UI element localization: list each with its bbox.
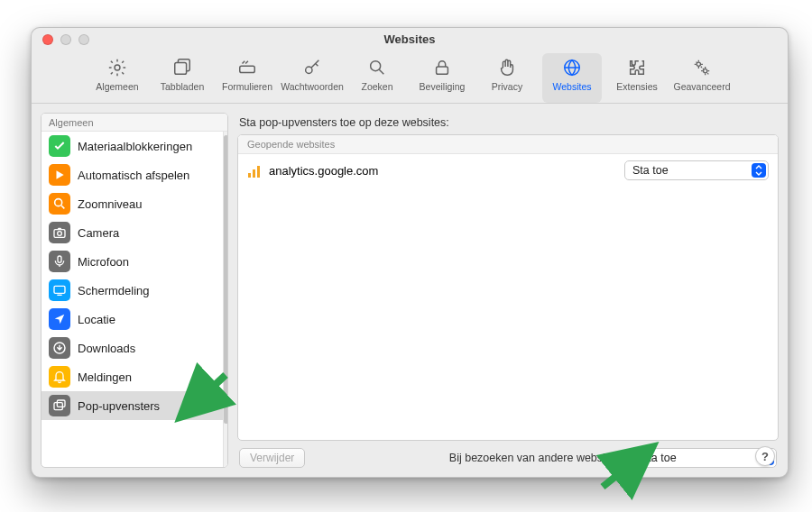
toolbar-tab-label: Tabbladen [161,81,204,92]
sidebar-list: MateriaalblokkeringenAutomatisch afspele… [42,132,223,467]
bell-icon [49,366,70,388]
camera-icon [49,222,70,243]
svg-rect-2 [240,66,255,72]
screen-icon [49,279,70,301]
site-domain: analytics.google.com [269,164,378,178]
svg-point-4 [371,61,381,71]
dl-icon [49,337,70,359]
remove-button[interactable]: Verwijder [239,448,305,468]
sidebar-item-label: Pop-upvensters [78,399,160,413]
panel-title: Sta pop-upvensters toe op deze websites: [237,113,779,134]
help-button[interactable]: ? [755,446,775,466]
key-icon [300,56,324,79]
toolbar-tab-lock[interactable]: Beveiliging [412,53,472,103]
sidebar-item-screen[interactable]: Schermdeling [42,276,223,305]
permission-value: Sta toe [632,164,669,177]
svg-point-11 [58,232,62,236]
toolbar-tab-search[interactable]: Zoeken [347,53,407,103]
svg-rect-1 [175,63,187,75]
toolbar-tab-label: Algemeen [96,81,138,92]
sidebar-item-camera[interactable]: Camera [42,218,223,247]
sidebar-item-label: Zoomniveau [78,197,143,211]
svg-rect-15 [54,403,62,410]
preferences-toolbar: AlgemeenTabbladenFormulierenWachtwoorden… [32,51,788,103]
titlebar: Websites [32,28,788,51]
svg-rect-16 [57,400,65,407]
sidebar-item-label: Materiaalblokkeringen [78,140,192,153]
sidebar-item-label: Locatie [78,313,115,326]
sidebar-item-label: Downloads [78,342,135,355]
svg-point-0 [115,65,120,70]
sidebar-item-popup[interactable]: Pop-upvensters [42,391,223,420]
minimize-window-button[interactable] [60,34,71,45]
permission-select[interactable]: Sta toe [624,160,769,180]
sidebar-section-header: Algemeen [42,114,227,132]
form-icon [235,56,259,79]
sidebar-item-label: Camera [78,226,119,240]
toolbar-tab-form[interactable]: Formulieren [217,53,277,103]
sidebar-item-label: Microfoon [78,255,129,269]
panel-footer: Verwijder Bij bezoeken van andere websit… [237,441,779,468]
svg-rect-10 [54,230,65,238]
globe-icon [560,56,584,79]
content-panel: Sta pop-upvensters toe op deze websites:… [237,113,779,468]
sidebar-item-dl[interactable]: Downloads [42,334,223,362]
window-controls [42,34,89,45]
svg-point-3 [306,67,312,73]
sidebar-item-zoom[interactable]: Zoomniveau [42,189,223,218]
sidebar-item-loc[interactable]: Locatie [42,305,223,334]
preferences-window: Websites AlgemeenTabbladenFormulierenWac… [31,27,789,478]
svg-rect-13 [54,286,65,293]
tabs-icon [171,56,194,79]
check-icon [49,135,70,157]
toolbar-tab-label: Beveiliging [420,81,466,92]
toolbar-tab-key[interactable]: Wachtwoorden [282,53,342,103]
sidebar-item-check[interactable]: Materiaalblokkeringen [42,132,223,160]
toolbar-tab-gear[interactable]: Algemeen [88,53,147,103]
window-title: Websites [32,28,788,46]
toolbar-tab-label: Privacy [492,81,522,92]
website-row[interactable]: analytics.google.com Sta toe [238,154,778,187]
svg-point-7 [697,62,700,66]
sidebar-item-mic[interactable]: Microfoon [42,247,223,276]
websites-table: Geopende websites analytics.google.com S… [237,134,779,441]
mic-icon [49,251,70,272]
svg-point-8 [704,69,707,73]
sidebar-item-label: Schermdeling [78,284,150,297]
toolbar-tab-label: Wachtwoorden [281,81,344,92]
gears-icon [690,56,714,79]
sidebar-scrollbar[interactable] [223,132,227,467]
toolbar-tab-gears[interactable]: Geavanceerd [672,53,732,103]
toolbar-tab-label: Geavanceerd [673,81,730,92]
toolbar-tab-globe[interactable]: Websites [542,53,602,103]
sidebar-item-bell[interactable]: Meldingen [42,362,223,391]
toolbar-tab-hand[interactable]: Privacy [477,53,537,103]
sidebar-item-label: Automatisch afspelen [78,169,189,182]
toolbar-tab-label: Zoeken [361,81,392,92]
site-favicon [247,163,262,178]
play-icon [49,164,70,186]
svg-point-9 [55,199,62,206]
sidebar-item-play[interactable]: Automatisch afspelen [42,160,223,189]
svg-rect-12 [58,256,61,262]
hand-icon [495,56,519,79]
toolbar-tab-label: Websites [553,81,592,92]
svg-rect-5 [437,67,448,74]
toolbar-tab-label: Extensies [616,81,658,92]
loc-icon [49,308,70,330]
chevron-up-down-icon [752,163,766,178]
popup-icon [49,395,70,416]
search-icon [365,56,389,79]
lock-icon [430,56,454,79]
close-window-button[interactable] [42,34,53,45]
other-websites-value: Sta toe [641,452,677,464]
toolbar-tab-puzzle[interactable]: Extensies [607,53,667,103]
column-header: Geopende websites [238,135,778,154]
toolbar-tab-tabs[interactable]: Tabbladen [152,53,212,103]
other-websites-label: Bij bezoeken van andere websites: [449,452,623,464]
puzzle-icon [625,56,649,79]
table-rows: analytics.google.com Sta toe [238,154,778,440]
zoom-window-button[interactable] [78,34,89,45]
gear-icon [106,56,129,79]
sidebar-item-label: Meldingen [78,370,132,384]
